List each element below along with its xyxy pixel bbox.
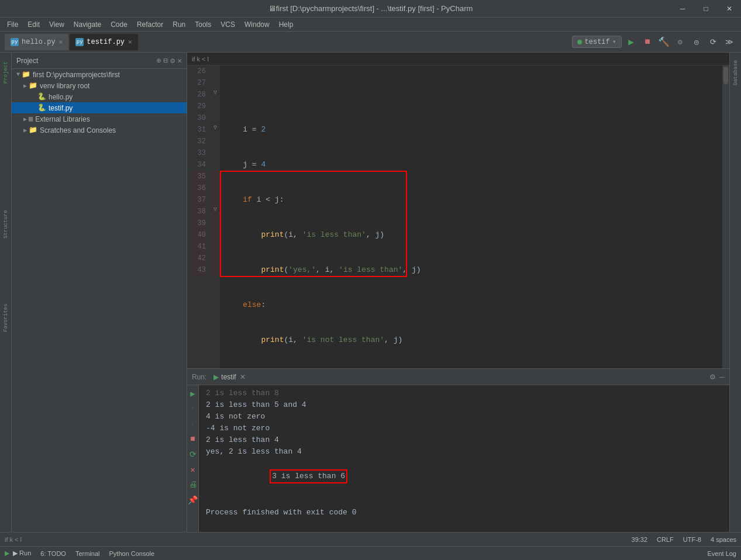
folder-icon-venv: 📁 [29, 81, 37, 90]
output-line-2: 4 is not zero [206, 411, 722, 423]
editor-main[interactable]: 26 27 28 29 30 31 32 33 34 35 36 37 38 3… [187, 65, 729, 368]
breadcrumb-bar: if k < l [187, 53, 729, 65]
line-ending[interactable]: CRLF [657, 536, 674, 543]
add-icon[interactable]: ⊕ [157, 56, 161, 65]
close-icon[interactable]: ✕ [177, 56, 182, 65]
testif-file-label: testif.py [49, 104, 73, 112]
python-console-button[interactable]: Python Console [109, 550, 155, 557]
output-line-3: -4 is not zero [206, 423, 722, 434]
menu-run[interactable]: Run [168, 19, 190, 30]
profile-button[interactable]: ⟳ [706, 35, 720, 49]
run-tab-close[interactable]: ✕ [240, 373, 246, 381]
settings-icon[interactable]: ⚙ [170, 56, 175, 65]
debug-button[interactable]: ⚙ [673, 35, 687, 49]
menu-edit[interactable]: Edit [23, 19, 44, 30]
project-icon[interactable]: Project [0, 55, 12, 90]
breadcrumb-text: if k < l [192, 56, 209, 63]
run-config-selector[interactable]: testif ▾ [572, 36, 622, 48]
project-testif-item[interactable]: 🐍 testif.py [12, 102, 187, 113]
run-play-button[interactable]: ▶ [187, 388, 199, 399]
menu-vcs[interactable]: VCS [216, 19, 240, 30]
tab-hello-py[interactable]: py hello.py ✕ [5, 34, 68, 50]
tab-testif-close[interactable]: ✕ [128, 38, 132, 46]
structure-icon[interactable]: Structure [0, 207, 12, 242]
menu-navigate[interactable]: Navigate [69, 19, 106, 30]
menu-window[interactable]: Window [240, 19, 274, 30]
menu-tools[interactable]: Tools [190, 19, 216, 30]
right-sidebar-icons: Database [729, 53, 741, 532]
expand-arrow-extlibs: ▶ [23, 116, 27, 123]
expand-arrow-root: ▼ [16, 71, 20, 78]
output-line-highlighted: 3 is less than 6 [206, 458, 722, 495]
run-close-button[interactable]: ✕ [187, 464, 199, 475]
statusbar: if k < l 39:32 CRLF UTF-8 4 spaces [0, 532, 741, 546]
run-tab-testif[interactable]: ▶ testif ✕ [213, 373, 245, 381]
code-line-27: j = 4 [225, 159, 718, 171]
stop-button[interactable]: ■ [640, 35, 654, 49]
line-numbers: 26 27 28 29 30 31 32 33 34 35 36 37 38 3… [187, 65, 211, 368]
code-line-30: print('yes,', i, 'is less than', j) [225, 264, 718, 276]
code-content[interactable]: i = 2 j = 4 if i < j: print(i, 'is less … [220, 65, 722, 368]
database-icon[interactable]: Database [730, 55, 742, 90]
project-extlibs-item[interactable]: ▶ ▦ External Libraries [12, 113, 187, 125]
run-settings-icon[interactable]: ⚙ [709, 373, 716, 381]
encoding[interactable]: UTF-8 [683, 536, 701, 543]
project-root-item[interactable]: ▼ 📁 first D:\pycharmprojects\first [12, 69, 187, 80]
bottombar-right: Event Log [707, 550, 736, 557]
left-sidebar-icons: Project Structure Favorites [0, 53, 12, 532]
highlighted-output-text: 3 is less than 6 [270, 469, 347, 483]
output-line-empty [206, 495, 722, 507]
cursor-position[interactable]: 39:32 [632, 536, 648, 543]
titlebar: 🖥 first [D:\pycharmprojects\first] - ...… [0, 0, 741, 18]
menu-view[interactable]: View [44, 19, 69, 30]
menu-code[interactable]: Code [106, 19, 132, 30]
close-button[interactable]: ✕ [718, 0, 741, 18]
todo-button[interactable]: 6: TODO [40, 550, 66, 557]
coverage-button[interactable]: ◎ [690, 35, 704, 49]
project-hello-item[interactable]: 🐍 hello.py [12, 91, 187, 102]
output-process-finished: Process finished with exit code 0 [206, 507, 722, 518]
project-venv-item[interactable]: ▶ 📁 venv library root [12, 80, 187, 91]
project-root-label: first D:\pycharmprojects\first [33, 71, 120, 79]
menu-refactor[interactable]: Refactor [132, 19, 168, 30]
collapse-icon[interactable]: ⊟ [164, 56, 168, 65]
maximize-button[interactable]: □ [694, 0, 718, 18]
run-sidebar: ▶ ↑ ↓ ■ ⟳ ✕ 🖨 📌 [187, 385, 199, 532]
project-scratches-item[interactable]: ▶ 📁 Scratches and Consoles [12, 125, 187, 136]
terminal-button[interactable]: Terminal [75, 550, 100, 557]
code-line-26: i = 2 [225, 124, 718, 136]
run-print-button[interactable]: 🖨 [187, 479, 199, 490]
expand-arrow-scratches: ▶ [23, 127, 27, 134]
run-minimize-icon[interactable]: ─ [719, 373, 725, 381]
editor-scrollbar[interactable] [722, 65, 729, 368]
tab-testif-label: testif.py [87, 38, 125, 46]
tab-testif-py[interactable]: py testif.py ✕ [70, 34, 137, 50]
run-down-button[interactable]: ↓ [187, 418, 199, 430]
expand-arrow-venv: ▶ [23, 82, 27, 89]
window-controls: ─ □ ✕ [671, 0, 741, 18]
run-body: ▶ ↑ ↓ ■ ⟳ ✕ 🖨 📌 2 is less than 8 2 is le… [187, 385, 729, 532]
run-bottom-button[interactable]: ▶ ▶ Run [5, 549, 31, 557]
indent-info[interactable]: 4 spaces [711, 536, 736, 543]
favorites-icon[interactable]: Favorites [0, 300, 12, 336]
code-highlight-box [220, 171, 407, 277]
tab-hello-close[interactable]: ✕ [59, 38, 63, 46]
run-config-label: testif [585, 38, 610, 46]
file-icon-testif: 🐍 [37, 103, 46, 112]
run-rerun-button[interactable]: ⟳ [187, 448, 199, 460]
menu-help[interactable]: Help [274, 19, 298, 30]
python-file-icon-active: py [75, 38, 84, 46]
run-stop-button[interactable]: ■ [187, 433, 199, 445]
more-button[interactable]: ≫ [722, 35, 736, 49]
run-button[interactable]: ▶ [624, 35, 638, 49]
minimize-button[interactable]: ─ [671, 0, 694, 18]
build-button[interactable]: 🔨 [657, 35, 671, 49]
run-up-button[interactable]: ↑ [187, 403, 199, 414]
run-pin-button[interactable]: 📌 [187, 494, 199, 506]
code-line-29: print(i, 'is less than', j) [225, 229, 718, 241]
menu-file[interactable]: File [2, 19, 23, 30]
event-log-button[interactable]: Event Log [707, 550, 736, 557]
editor-wrapper: if k < l 26 27 28 29 30 31 32 33 34 35 3… [187, 53, 729, 532]
run-bottom-label: ▶ Run [13, 549, 31, 556]
menubar: File Edit View Navigate Code Refactor Ru… [0, 18, 741, 32]
